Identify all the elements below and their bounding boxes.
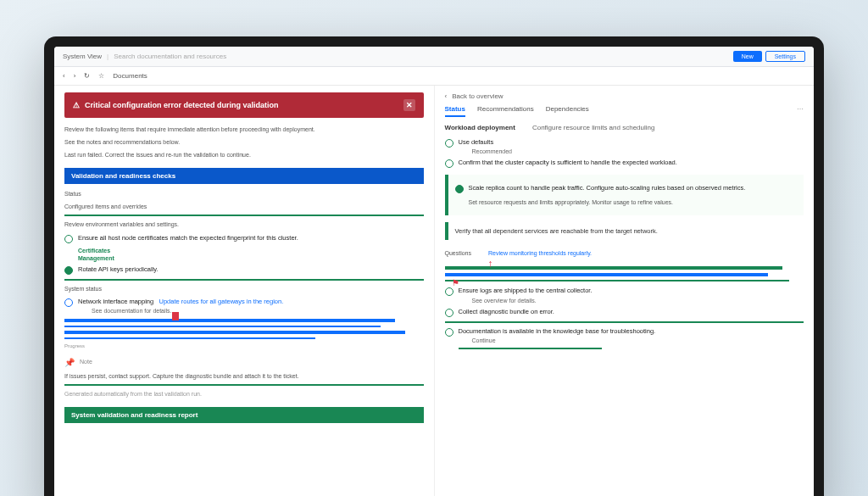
info-block: Verify that all dependent services are r… — [445, 222, 804, 240]
screen: System View | Search documentation and r… — [54, 47, 814, 497]
radio-icon[interactable] — [64, 298, 73, 307]
check-item: Ensure logs are shipped to the central c… — [445, 287, 804, 304]
bullet-icon — [455, 185, 464, 193]
content: ⚠ Critical configuration error detected … — [54, 86, 814, 497]
check-item: Ensure all host node certificates match … — [64, 234, 424, 243]
check-item: Collect diagnostic bundle on error. — [445, 308, 804, 317]
more-icon[interactable]: ⋯ — [797, 105, 804, 117]
section-header-1: Validation and readiness checks — [64, 168, 424, 184]
option-item[interactable]: Confirm that the cluster capacity is suf… — [445, 159, 804, 168]
footer-banner: System validation and readiness report — [64, 407, 424, 423]
back-icon[interactable]: ‹ — [63, 72, 65, 80]
radio-icon[interactable] — [64, 235, 73, 243]
search-placeholder[interactable]: Search documentation and resources — [114, 53, 226, 60]
flag-icon: ⚑ — [452, 278, 459, 287]
progress-bars-right: ↑ ⚑ — [445, 266, 804, 281]
right-column: ‹ Back to overview Status Recommendation… — [435, 86, 815, 497]
radio-icon[interactable] — [445, 139, 453, 148]
close-icon[interactable]: ✕ — [403, 99, 415, 111]
brand-label: System View — [63, 53, 102, 60]
tabs: Status Recommendations Dependencies ⋯ — [445, 105, 804, 117]
bookmark-icon[interactable]: ☆ — [98, 72, 104, 80]
radio-icon[interactable] — [445, 287, 453, 296]
secondary-button[interactable]: Settings — [765, 51, 805, 62]
alert-banner: ⚠ Critical configuration error detected … — [64, 92, 424, 118]
tab-status[interactable]: Status — [445, 105, 465, 117]
divider — [64, 215, 424, 216]
laptop-frame: System View | Search documentation and r… — [44, 36, 824, 497]
radio-icon[interactable] — [445, 328, 453, 337]
check-icon[interactable] — [64, 266, 73, 275]
intro-text-1: Review the following items that require … — [64, 125, 424, 134]
radio-icon[interactable] — [445, 159, 453, 168]
radio-icon[interactable] — [445, 309, 453, 317]
toolbar-label: Documents — [113, 72, 147, 80]
refresh-icon[interactable]: ↻ — [84, 72, 90, 80]
check-item: Rotate API keys periodically. — [64, 265, 424, 275]
check-item: Documentation is available in the knowle… — [445, 327, 804, 344]
top-bar: System View | Search documentation and r… — [54, 47, 814, 67]
warning-icon: ⚠ — [73, 101, 80, 109]
back-link[interactable]: ‹ Back to overview — [445, 92, 804, 100]
option-item[interactable]: Use defaultsRecommended — [445, 138, 804, 155]
primary-button[interactable]: New — [733, 51, 762, 62]
forward-icon[interactable]: › — [74, 72, 76, 80]
left-column: ⚠ Critical configuration error detected … — [54, 86, 435, 497]
pin-icon: 📌 — [64, 358, 75, 367]
tab-recommendations[interactable]: Recommendations — [477, 105, 534, 117]
note-item: 📌 Note — [64, 358, 424, 367]
tab-dependencies[interactable]: Dependencies — [546, 105, 589, 117]
info-block: Scale replica count to handle peak traff… — [445, 175, 804, 215]
arrow-up-icon: ↑ — [487, 258, 492, 270]
progress-bars — [64, 319, 424, 339]
chevron-left-icon: ‹ — [445, 92, 448, 100]
intro-text-2: See the notes and recommendations below. — [64, 137, 424, 147]
toolbar: ‹ › ↻ ☆ Documents — [54, 67, 814, 86]
flag-icon — [172, 312, 179, 320]
alert-text: Critical configuration error detected du… — [85, 101, 279, 109]
check-item: Network interface mapping Update routes … — [64, 298, 424, 315]
intro-text-3: Last run failed. Correct the issues and … — [64, 150, 424, 159]
